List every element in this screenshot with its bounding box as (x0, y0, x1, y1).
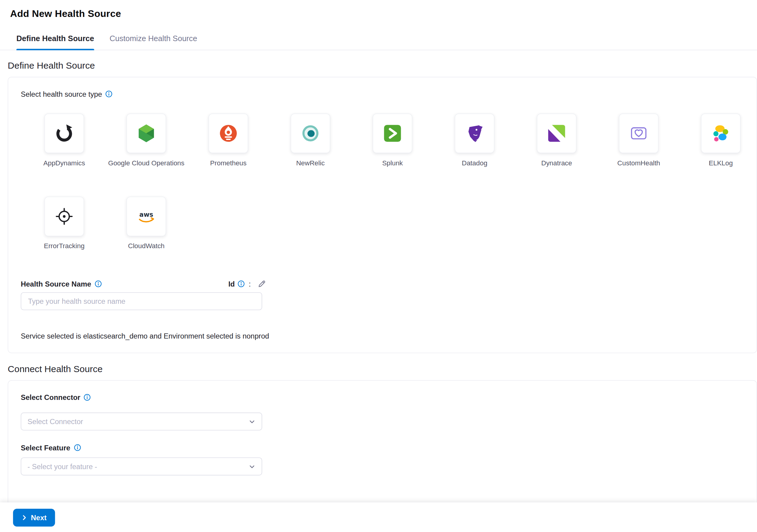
info-icon[interactable] (95, 280, 102, 287)
id-group: Id : (228, 280, 266, 288)
source-item-splunk: Splunk (351, 114, 434, 167)
chevron-down-icon (249, 418, 255, 425)
source-label: ErrorTracking (44, 242, 85, 250)
info-icon[interactable] (238, 280, 245, 287)
source-item-dynatrace: Dynatrace (516, 114, 598, 167)
datadog-icon (464, 123, 485, 143)
select-connector-label-row: Select Connector (21, 393, 744, 401)
id-colon: : (249, 280, 251, 288)
source-item-google-cloud-operations: Google Cloud Operations (105, 114, 187, 167)
errortracking-card[interactable] (45, 197, 84, 236)
select-type-label-row: Select health source type (21, 90, 744, 98)
google-cloud-operations-card[interactable] (127, 114, 166, 153)
source-item-elklog: ELKLog (680, 114, 757, 167)
source-label: CustomHealth (618, 159, 660, 167)
source-item-cloudwatch: aws CloudWatch (105, 197, 187, 250)
connect-health-source-panel: Select Connector Select Connector Select… (8, 380, 757, 520)
elklog-card[interactable] (701, 114, 741, 153)
chevron-right-icon (21, 515, 27, 521)
edit-id-button[interactable] (258, 280, 266, 288)
appdynamics-icon (54, 123, 74, 143)
source-item-appdynamics: AppDynamics (23, 114, 106, 167)
newrelic-icon (300, 123, 320, 143)
datadog-card[interactable] (455, 114, 495, 153)
dynatrace-card[interactable] (537, 114, 576, 153)
source-label: Google Cloud Operations (108, 159, 185, 167)
source-item-prometheus: Prometheus (187, 114, 269, 167)
tab-customize-health-source[interactable]: Customize Health Source (110, 27, 197, 49)
dynatrace-icon (546, 123, 567, 143)
feature-select[interactable]: - Select your feature - (21, 457, 262, 475)
source-label: Splunk (382, 159, 403, 167)
pencil-icon (258, 280, 266, 288)
source-item-newrelic: NewRelic (269, 114, 351, 167)
health-source-name-input[interactable] (21, 292, 262, 310)
connector-select[interactable]: Select Connector (21, 413, 262, 430)
splunk-icon (382, 123, 403, 143)
next-button[interactable]: Next (13, 509, 55, 527)
source-label: AppDynamics (44, 159, 85, 167)
feature-select-value: - Select your feature - (27, 462, 97, 470)
connector-select-value: Select Connector (27, 418, 83, 425)
source-item-datadog: Datadog (434, 114, 516, 167)
prometheus-card[interactable] (208, 114, 248, 153)
splunk-card[interactable] (373, 114, 412, 153)
info-icon[interactable] (84, 394, 91, 401)
id-label: Id (228, 280, 235, 288)
service-environment-text: Service selected is elasticsearch_demo a… (21, 332, 744, 340)
source-label: Datadog (462, 159, 488, 167)
page-header: Add New Health Source (0, 0, 757, 27)
source-label: Prometheus (210, 159, 247, 167)
source-type-grid: AppDynamics Google Cloud Operations Prom… (23, 114, 757, 250)
health-source-name-row: Health Source Name Id : (21, 279, 744, 288)
source-label: NewRelic (296, 159, 324, 167)
errortracking-icon (54, 206, 74, 226)
source-label: CloudWatch (128, 242, 165, 250)
source-label: ELKLog (709, 159, 733, 167)
cloudwatch-icon: aws (136, 206, 157, 226)
health-source-name-label-group: Health Source Name (21, 280, 228, 288)
select-feature-label: Select Feature (21, 443, 70, 452)
svg-text:aws: aws (139, 211, 153, 218)
source-item-customhealth: CustomHealth (598, 114, 680, 167)
customhealth-card[interactable] (619, 114, 658, 153)
customhealth-icon (629, 123, 649, 143)
info-icon[interactable] (74, 444, 81, 451)
tab-label: Define Health Source (16, 34, 94, 43)
page-title: Add New Health Source (10, 8, 121, 19)
tab-bar: Define Health Source Customize Health So… (0, 27, 757, 50)
source-item-errortracking: ErrorTracking (23, 197, 106, 250)
source-label: Dynatrace (541, 159, 572, 167)
define-health-source-panel: Select health source type AppDynamics (8, 77, 757, 353)
footer-bar: Next (0, 502, 757, 532)
select-feature-label-row: Select Feature (21, 443, 744, 452)
google-cloud-operations-icon (136, 123, 157, 143)
prometheus-icon (218, 123, 238, 143)
info-icon[interactable] (106, 90, 113, 98)
cloudwatch-card[interactable]: aws (127, 197, 166, 236)
connect-section-heading: Connect Health Source (8, 364, 757, 374)
tab-define-health-source[interactable]: Define Health Source (16, 27, 94, 49)
elklog-icon (711, 123, 731, 143)
chevron-down-icon (249, 463, 255, 470)
health-source-name-label: Health Source Name (21, 280, 91, 288)
tab-label: Customize Health Source (110, 34, 197, 43)
appdynamics-card[interactable] (45, 114, 84, 153)
define-section-heading: Define Health Source (8, 60, 757, 71)
next-button-label: Next (31, 514, 46, 522)
select-connector-label: Select Connector (21, 393, 80, 401)
main-content: Define Health Source Select health sourc… (0, 60, 757, 520)
select-type-label: Select health source type (21, 90, 102, 98)
newrelic-card[interactable] (290, 114, 330, 153)
